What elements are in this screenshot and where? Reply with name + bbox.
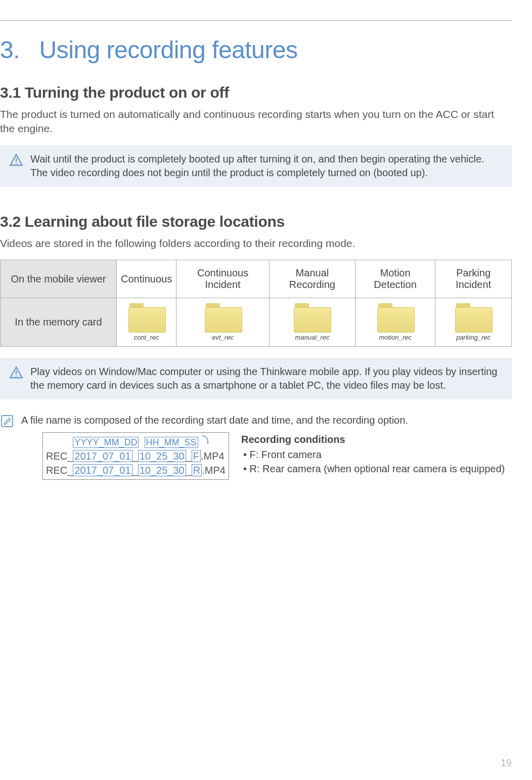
folder-label: manual_rec <box>295 334 329 341</box>
section-3-2-body: Videos are stored in the following folde… <box>0 236 512 251</box>
recording-conditions: Recording conditions • F: Front camera •… <box>241 432 505 476</box>
warning-1-text: Wait until the product is completely boo… <box>30 152 503 180</box>
folder-icon <box>455 303 492 332</box>
curve-arrow-icon <box>201 435 209 444</box>
storage-table: On the mobile viewer Continuous Continuo… <box>0 260 512 347</box>
filename-time: 10_25_30 <box>138 464 186 476</box>
warning-callout-1: Wait until the product is completely boo… <box>0 145 512 187</box>
page-number: 19 <box>501 757 512 769</box>
table-cell: motion_rec <box>355 298 435 347</box>
note-intro: A file name is composed of the recording… <box>21 414 512 427</box>
svg-point-5 <box>207 442 209 444</box>
section-3-1-body: The product is turned on automatically a… <box>0 107 512 136</box>
chapter-heading: 3. Using recording features <box>0 36 512 64</box>
folder-label: motion_rec <box>379 334 411 341</box>
condition-item: • R: Rear camera (when optional rear cam… <box>241 462 505 476</box>
conditions-title: Recording conditions <box>241 432 505 446</box>
filename-option: F <box>192 450 201 462</box>
row-header-viewer: On the mobile viewer <box>1 260 117 298</box>
svg-rect-4 <box>2 416 13 427</box>
filename-ext: .MP4 <box>202 463 226 477</box>
svg-point-3 <box>16 376 17 377</box>
folder-manual-rec: manual_rec <box>294 303 330 341</box>
filename-date: 2017_07_01 <box>73 450 132 462</box>
table-row: On the mobile viewer Continuous Continuo… <box>1 260 512 298</box>
folder-icon <box>205 303 241 332</box>
folder-evt-rec: evt_rec <box>205 303 241 341</box>
filename-prefix: REC_ <box>46 463 73 477</box>
top-rule <box>0 20 512 21</box>
filename-time: 10_25_30 <box>138 450 186 462</box>
chapter-title: Using recording features <box>39 36 298 63</box>
folder-label: parking_rec <box>456 334 491 341</box>
folder-cont-rec: cont_rec <box>128 303 165 341</box>
warning-2-text: Play videos on Window/Mac computer or us… <box>30 365 503 392</box>
table-cell: cont_rec <box>117 298 176 347</box>
row-header-memory: In the memory card <box>1 298 117 347</box>
filename-row-1: REC_2017_07_01_10_25_30_F.MP4 <box>46 449 226 463</box>
section-3-2-heading: 3.2 Learning about file storage location… <box>0 213 512 230</box>
section-3-1-heading: 3.1 Turning the product on or off <box>0 84 512 101</box>
table-cell: Motion Detection <box>355 260 435 298</box>
warning-callout-2: Play videos on Window/Mac computer or us… <box>0 358 512 399</box>
note-icon <box>0 415 14 428</box>
filename-table: REC_YYYY_MM_DD_HH_MM_SS REC_2017_07_01_1… <box>42 432 229 480</box>
folder-icon <box>377 303 414 332</box>
filename-sep: _ <box>186 449 192 463</box>
condition-item: • F: Front camera <box>241 447 505 462</box>
warning-icon <box>9 366 23 380</box>
folder-icon <box>128 303 165 332</box>
table-cell: parking_rec <box>435 298 512 347</box>
folder-parking-rec: parking_rec <box>455 303 492 341</box>
filename-ext: .MP4 <box>201 449 225 463</box>
filename-option: R <box>192 464 202 476</box>
folder-label: evt_rec <box>212 334 234 341</box>
table-row: In the memory card cont_rec evt_rec manu… <box>1 298 512 347</box>
folder-motion-rec: motion_rec <box>377 303 414 341</box>
filename-prefix: REC_ <box>46 449 73 463</box>
filename-sep: _ <box>186 463 192 477</box>
table-cell: Parking Incident <box>435 260 512 298</box>
filename-example: REC_YYYY_MM_DD_HH_MM_SS REC_2017_07_01_1… <box>42 432 512 480</box>
warning-icon <box>9 153 23 168</box>
format-time-label: HH_MM_SS <box>145 437 198 448</box>
table-cell: Continuous <box>117 260 176 298</box>
folder-icon <box>294 303 330 332</box>
filename-format-row: REC_YYYY_MM_DD_HH_MM_SS <box>46 435 226 449</box>
table-cell: manual_rec <box>269 298 355 347</box>
filename-date: 2017_07_01 <box>73 464 132 476</box>
table-cell: Manual Recording <box>269 260 355 298</box>
svg-point-1 <box>16 162 17 164</box>
table-cell: evt_rec <box>176 298 270 347</box>
folder-label: cont_rec <box>134 334 159 341</box>
table-cell: Continuous Incident <box>176 260 270 298</box>
filename-row-2: REC_2017_07_01_10_25_30_R.MP4 <box>46 463 226 477</box>
filename-sep: _ <box>132 463 138 477</box>
note-callout: A file name is composed of the recording… <box>0 406 512 487</box>
filename-sep: _ <box>132 449 138 463</box>
format-date-label: YYYY_MM_DD <box>73 437 139 448</box>
chapter-number: 3. <box>0 36 20 63</box>
